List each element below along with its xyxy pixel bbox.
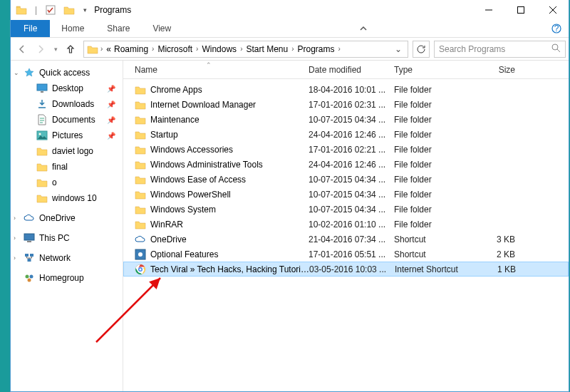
file-row[interactable]: Startup24-04-2016 12:46 ...File folder xyxy=(123,127,569,142)
sidebar-onedrive[interactable]: › OneDrive xyxy=(11,210,123,226)
sidebar-thispc[interactable]: › This PC xyxy=(11,230,123,246)
documents-icon xyxy=(36,114,48,125)
minimize-button[interactable] xyxy=(472,0,504,20)
network-icon xyxy=(24,252,35,264)
sidebar-item[interactable]: Pictures📌 xyxy=(11,128,123,143)
pin-icon: 📌 xyxy=(107,85,115,93)
downloads-icon xyxy=(36,98,48,110)
address-dropdown-icon[interactable]: ⌄ xyxy=(392,44,405,54)
qat-dropdown-icon[interactable]: ▾ xyxy=(80,2,90,18)
breadcrumb-programs[interactable]: Programs xyxy=(296,44,336,54)
close-button[interactable] xyxy=(537,0,569,20)
caret-right-icon[interactable]: › xyxy=(14,215,16,222)
tab-share[interactable]: Share xyxy=(95,20,141,37)
search-input[interactable]: Search Programs xyxy=(434,41,566,58)
sidebar-item-label: Homegroup xyxy=(39,273,84,283)
sidebar-item[interactable]: daviet logo xyxy=(11,143,123,159)
file-name: Maintenance xyxy=(150,115,309,125)
file-type: Shortcut xyxy=(394,234,472,244)
file-row[interactable]: Maintenance10-07-2015 04:34 ...File fold… xyxy=(123,112,569,127)
file-date: 10-07-2015 04:34 ... xyxy=(309,190,394,200)
svg-point-18 xyxy=(26,275,29,279)
file-type: Internet Shortcut xyxy=(395,264,473,274)
up-button[interactable] xyxy=(62,41,79,58)
tab-view[interactable]: View xyxy=(141,20,182,37)
new-folder-icon[interactable] xyxy=(61,2,77,18)
search-placeholder: Search Programs xyxy=(439,44,505,54)
sidebar-item-label: Network xyxy=(39,253,71,263)
collapse-ribbon-icon[interactable] xyxy=(351,20,376,37)
svg-rect-2 xyxy=(517,7,524,14)
tab-file[interactable]: File xyxy=(11,20,50,37)
file-type: File folder xyxy=(394,205,472,215)
sidebar-item-label: Desktop xyxy=(52,83,83,93)
folder-icon xyxy=(135,219,146,230)
file-name: Internet Download Manager xyxy=(150,100,309,110)
sidebar-network[interactable]: › Network xyxy=(11,250,123,266)
file-row[interactable]: Windows Accessories17-01-2016 02:21 ...F… xyxy=(123,142,569,157)
caret-right-icon[interactable]: › xyxy=(14,254,16,262)
back-button[interactable] xyxy=(14,41,31,58)
help-icon[interactable]: ? xyxy=(544,20,569,37)
sidebar-item[interactable]: Downloads📌 xyxy=(11,96,123,112)
breadcrumb-startmenu[interactable]: Start Menu xyxy=(244,44,289,54)
file-row[interactable]: OneDrive21-04-2016 07:34 ...Shortcut3 KB xyxy=(123,232,569,247)
svg-rect-10 xyxy=(41,91,43,93)
chevron-right-icon[interactable]: › xyxy=(289,45,296,53)
column-size[interactable]: Size xyxy=(472,65,529,75)
chevron-right-icon[interactable]: › xyxy=(336,45,343,53)
file-name: Windows Accessories xyxy=(150,145,309,155)
properties-icon[interactable] xyxy=(43,2,58,18)
file-row[interactable]: Tech Viral » Tech Hacks, Hacking Tutoria… xyxy=(123,262,569,277)
file-row[interactable]: Internet Download Manager17-01-2016 02:3… xyxy=(123,97,569,112)
file-date: 10-07-2015 04:34 ... xyxy=(309,175,394,185)
navigation-pane[interactable]: ⌄ Quick access Desktop📌Downloads📌Documen… xyxy=(11,61,123,391)
maximize-button[interactable] xyxy=(504,0,537,20)
sidebar-item[interactable]: windows 10 xyxy=(11,190,123,206)
sidebar-item[interactable]: Desktop📌 xyxy=(11,81,123,96)
folder-icon xyxy=(135,189,146,200)
sidebar-homegroup[interactable]: Homegroup xyxy=(11,270,123,286)
file-row[interactable]: WinRAR10-02-2016 01:10 ...File folder xyxy=(123,217,569,232)
file-row[interactable]: Windows System10-07-2015 04:34 ...File f… xyxy=(123,202,569,217)
chevron-right-icon[interactable]: › xyxy=(98,45,105,53)
column-date[interactable]: Date modified xyxy=(309,65,394,75)
recent-dropdown-icon[interactable]: ▾ xyxy=(51,41,61,58)
chevron-right-icon[interactable]: › xyxy=(194,45,200,53)
chevron-right-icon[interactable]: › xyxy=(150,45,156,53)
address-bar[interactable]: › « Roaming › Microsoft › Windows › Star… xyxy=(83,41,408,58)
title-bar: | ▾ Programs xyxy=(11,0,569,20)
file-row[interactable]: Windows Ease of Access10-07-2015 04:34 .… xyxy=(123,172,569,187)
svg-rect-16 xyxy=(30,254,33,257)
file-row[interactable]: Windows PowerShell10-07-2015 04:34 ...Fi… xyxy=(123,187,569,202)
file-type: File folder xyxy=(394,85,472,95)
folder-icon[interactable] xyxy=(14,2,29,18)
file-row[interactable]: Chrome Apps18-04-2016 10:01 ...File fold… xyxy=(123,82,569,97)
svg-rect-9 xyxy=(37,84,47,91)
file-row[interactable]: Optional Features17-01-2016 05:51 ...Sho… xyxy=(123,247,569,262)
caret-down-icon[interactable]: ⌄ xyxy=(14,69,19,76)
file-row[interactable]: Windows Administrative Tools24-04-2016 1… xyxy=(123,157,569,172)
breadcrumb-roaming[interactable]: Roaming xyxy=(113,44,150,54)
file-date: 24-04-2016 12:46 ... xyxy=(309,130,394,140)
refresh-button[interactable] xyxy=(413,41,430,58)
breadcrumb-microsoft[interactable]: Microsoft xyxy=(156,44,194,54)
caret-right-icon[interactable]: › xyxy=(14,234,16,242)
file-type: File folder xyxy=(394,175,472,185)
forward-button[interactable] xyxy=(32,41,49,58)
column-name[interactable]: Name⌃ xyxy=(135,65,309,75)
tab-home[interactable]: Home xyxy=(50,20,95,37)
search-icon[interactable] xyxy=(551,43,561,55)
file-date: 17-01-2016 05:51 ... xyxy=(309,249,394,259)
column-type[interactable]: Type xyxy=(394,65,472,75)
chevron-right-icon[interactable]: › xyxy=(238,45,244,53)
breadcrumb-prefix[interactable]: « xyxy=(105,44,113,54)
sidebar-item[interactable]: Documents📌 xyxy=(11,112,123,128)
sidebar-quick-access[interactable]: ⌄ Quick access xyxy=(11,65,123,81)
breadcrumb-windows[interactable]: Windows xyxy=(200,44,238,54)
file-size: 2 KB xyxy=(472,249,529,259)
sidebar-item[interactable]: final xyxy=(11,159,123,175)
homegroup-icon xyxy=(24,272,35,284)
folder-icon xyxy=(135,174,146,185)
sidebar-item[interactable]: o xyxy=(11,175,123,190)
